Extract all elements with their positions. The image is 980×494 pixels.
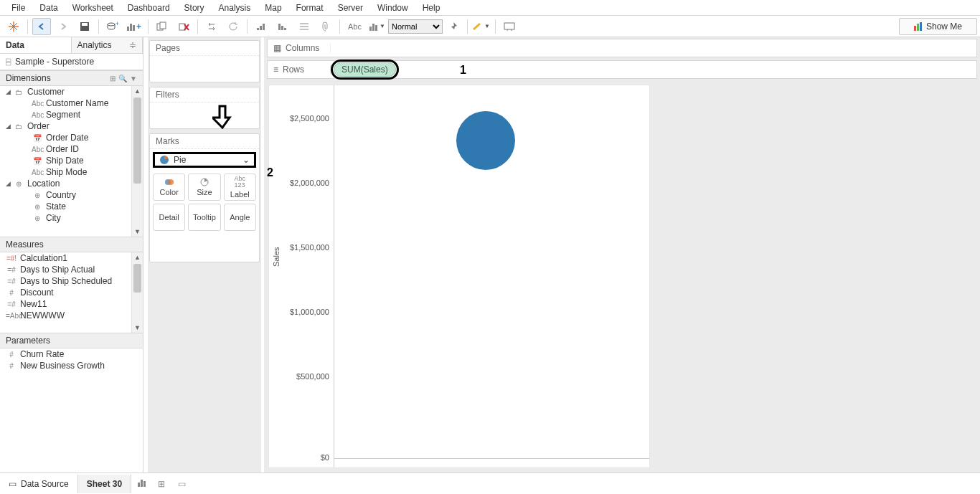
meas-new11[interactable]: =#New11 — [0, 298, 143, 310]
dim-segment[interactable]: AbcSegment — [0, 109, 143, 120]
menu-map[interactable]: Map — [258, 1, 288, 14]
fit-dropdown-button[interactable]: ▼ — [368, 18, 387, 35]
y-tick: $0 — [321, 453, 329, 462]
tab-data[interactable]: Data — [0, 37, 72, 53]
mark-type-select[interactable]: Pie ⌄ — [153, 152, 256, 168]
menu-data[interactable]: Data — [32, 1, 65, 14]
pages-title: Pages — [150, 41, 259, 56]
marks-color[interactable]: Color — [153, 174, 185, 201]
plot-area — [334, 85, 649, 467]
new-dashboard-button[interactable]: ⊞ — [151, 479, 171, 489]
dim-search-icon[interactable]: 🔍 — [118, 75, 127, 82]
marks-label[interactable]: Abc123Label — [224, 174, 256, 201]
highlight-button[interactable]: ▼ — [472, 18, 491, 35]
new-sheet-button[interactable] — [131, 478, 151, 489]
dim-view-icon[interactable]: ⊞ — [110, 75, 116, 82]
new-story-button[interactable]: ▭ — [171, 479, 192, 489]
columns-shelf[interactable]: ▦Columns — [267, 39, 977, 57]
dim-state[interactable]: ⊕State — [0, 201, 143, 212]
color-icon — [164, 178, 174, 186]
menu-server[interactable]: Server — [331, 1, 370, 14]
datasource-tab-icon: ▭ — [9, 479, 17, 489]
sort-asc-button[interactable] — [252, 18, 270, 35]
mark-type-label: Pie — [174, 155, 186, 165]
marks-detail[interactable]: Detail — [153, 204, 185, 231]
dim-customer-name[interactable]: AbcCustomer Name — [0, 98, 143, 109]
dim-customer-group[interactable]: ◢🗀Customer — [0, 86, 143, 98]
dim-ship-date[interactable]: 📅Ship Date — [0, 155, 143, 166]
meas-days-actual[interactable]: =#Days to Ship Actual — [0, 264, 143, 275]
sheet-tab[interactable]: Sheet 30 — [78, 475, 131, 493]
presentation-button[interactable] — [500, 18, 519, 35]
dim-country[interactable]: ⊕Country — [0, 189, 143, 201]
dimensions-tree: ◢🗀Customer AbcCustomer Name AbcSegment ◢… — [0, 86, 143, 237]
sort-desc-button[interactable] — [273, 18, 292, 35]
menu-dashboard[interactable]: Dashboard — [121, 1, 177, 14]
back-button[interactable] — [32, 18, 51, 35]
menu-analysis[interactable]: Analysis — [212, 1, 258, 14]
duplicate-button[interactable] — [153, 18, 171, 35]
y-tick: $2,500,000 — [290, 114, 329, 123]
workspace: ▦Columns ≡Rows SUM(Sales) 1 Sales $2,500… — [264, 37, 980, 472]
menu-worksheet[interactable]: Worksheet — [65, 1, 121, 14]
menu-help[interactable]: Help — [415, 1, 448, 14]
show-me-button[interactable]: Show Me — [899, 18, 977, 35]
dim-order-id[interactable]: AbcOrder ID — [0, 143, 143, 155]
totals-button[interactable] — [295, 18, 314, 35]
dim-ship-mode[interactable]: AbcShip Mode — [0, 166, 143, 178]
dim-city[interactable]: ⊕City — [0, 212, 143, 224]
menu-window[interactable]: Window — [370, 1, 415, 14]
attach-button[interactable] — [316, 18, 335, 35]
refresh-button[interactable] — [224, 18, 242, 35]
chevron-down-icon: ⌄ — [242, 155, 250, 165]
marks-size[interactable]: Size — [188, 174, 220, 201]
measures-tree: =#!Calculation1 =#Days to Ship Actual =#… — [0, 252, 143, 333]
dim-menu-icon[interactable]: ▼ — [130, 75, 137, 82]
rows-pill-sum-sales[interactable]: SUM(Sales) — [334, 62, 396, 77]
analytics-menu-icon[interactable]: ≑ — [129, 40, 136, 50]
dim-order-group[interactable]: ◢🗀Order — [0, 120, 143, 132]
datasource-icon: ⌸ — [6, 57, 11, 67]
svg-text:+: + — [116, 22, 118, 27]
swap-button[interactable] — [202, 18, 221, 35]
param-churn[interactable]: #Churn Rate — [0, 348, 143, 360]
svg-rect-16 — [278, 24, 281, 30]
forward-button[interactable] — [54, 18, 72, 35]
pages-shelf[interactable]: Pages — [149, 40, 260, 82]
menu-format[interactable]: Format — [289, 1, 331, 14]
svg-rect-9 — [160, 22, 166, 29]
dim-order-date[interactable]: 📅Order Date — [0, 132, 143, 143]
datasource-row[interactable]: ⌸ Sample - Superstore — [0, 54, 143, 70]
new-datasource-button[interactable]: + — [103, 18, 122, 35]
meas-discount[interactable]: #Discount — [0, 287, 143, 298]
param-growth[interactable]: #New Business Growth — [0, 360, 143, 371]
new-worksheet-button[interactable]: + — [125, 18, 143, 35]
meas-newwww[interactable]: =AbcNEWWWW — [0, 310, 143, 321]
parameters-label: Parameters — [6, 336, 50, 346]
pie-mark[interactable] — [456, 111, 515, 170]
marks-tooltip[interactable]: Tooltip — [188, 204, 220, 231]
data-source-tab[interactable]: ▭Data Source — [0, 475, 78, 493]
tableau-logo-icon[interactable] — [4, 18, 23, 35]
menu-story[interactable]: Story — [177, 1, 212, 14]
shelf-column: Pages Filters Marks Pie ⌄ Color Size Abc… — [148, 37, 261, 472]
y-axis: $2,500,000 $2,000,000 $1,500,000 $1,000,… — [269, 85, 334, 467]
meas-scrollbar[interactable]: ▲▼ — [131, 252, 143, 333]
dim-location-group[interactable]: ◢⊕Location — [0, 178, 143, 189]
label-icon: Abc123 — [235, 176, 246, 189]
meas-days-scheduled[interactable]: =#Days to Ship Scheduled — [0, 275, 143, 287]
filters-shelf[interactable]: Filters — [149, 87, 260, 129]
chart-area[interactable]: Sales $2,500,000 $2,000,000 $1,500,000 $… — [268, 85, 650, 468]
dimensions-header: Dimensions ⊞🔍▼ — [0, 70, 143, 86]
fit-select[interactable]: Normal — [388, 19, 443, 34]
tab-analytics[interactable]: Analytics≑ — [72, 37, 143, 53]
label-toggle-button[interactable]: Abc — [344, 18, 365, 35]
menu-file[interactable]: File — [4, 1, 32, 14]
meas-calc1[interactable]: =#!Calculation1 — [0, 252, 143, 264]
pin-button[interactable] — [444, 18, 463, 35]
clear-button[interactable] — [174, 18, 193, 35]
rows-shelf[interactable]: ≡Rows SUM(Sales) 1 — [267, 60, 977, 79]
dim-scrollbar[interactable]: ▲▼ — [131, 86, 143, 237]
marks-angle[interactable]: Angle — [224, 204, 256, 231]
save-button[interactable] — [75, 18, 94, 35]
